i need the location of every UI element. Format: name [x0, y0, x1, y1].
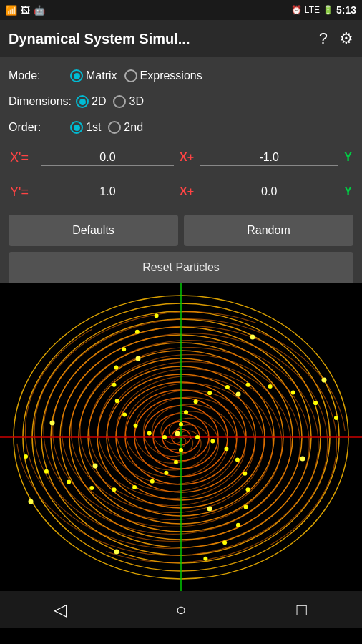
matrix-row-x: X'= X+ Y	[9, 140, 353, 175]
y-prime-label: Y'=	[10, 185, 36, 200]
back-button[interactable]: ◁	[42, 592, 78, 628]
3d-radio-label: 3D	[129, 95, 143, 108]
reset-row: Reset Particles	[9, 252, 353, 283]
home-button[interactable]: ○	[163, 592, 199, 628]
x-coeff1-input-wrap	[41, 150, 174, 166]
status-bar: 📶 🖼 🤖 ⏰ LTE 🔋 5:13	[0, 0, 362, 20]
y-coeff2-block: Y	[197, 184, 352, 200]
android-icon: 🤖	[34, 5, 45, 16]
x-coeff1-block: X+	[39, 150, 194, 166]
matrix-section-x: X'= X+ Y	[9, 150, 353, 166]
y-coeff1-block: X+	[39, 184, 194, 200]
x-plus-label-2: X+	[180, 185, 194, 198]
1st-radio-label: 1st	[86, 121, 101, 134]
wifi-icon: 📶	[6, 5, 17, 16]
dimensions-label: Dimensions:	[9, 95, 72, 108]
expressions-radio-circle	[124, 69, 137, 82]
nav-bar: ◁ ○ □	[0, 591, 362, 628]
y-coeff2-input[interactable]	[200, 184, 338, 200]
control-panel: Mode: Matrix Expressions Dimensions: 2D …	[0, 57, 362, 283]
image-icon: 🖼	[21, 5, 30, 16]
recent-button[interactable]: □	[284, 592, 320, 628]
x-plus-label-1: X+	[180, 151, 194, 164]
x-prime-label: X'=	[10, 150, 36, 165]
title-bar: Dynamical System Simul... ? ⚙	[0, 20, 362, 57]
2d-radio-circle	[76, 95, 89, 108]
x-coeff1-input[interactable]	[41, 150, 174, 166]
matrix-radio[interactable]: Matrix	[70, 69, 117, 82]
title-icons: ? ⚙	[319, 29, 353, 48]
mode-radio-group: Matrix Expressions	[70, 69, 202, 82]
reset-particles-button[interactable]: Reset Particles	[9, 252, 353, 283]
simulation-canvas[interactable]	[0, 283, 362, 591]
lte-label: LTE	[305, 5, 320, 15]
expressions-radio[interactable]: Expressions	[124, 69, 202, 82]
y-coeff1-input[interactable]	[41, 184, 174, 200]
settings-icon[interactable]: ⚙	[339, 29, 353, 48]
defaults-button[interactable]: Defaults	[9, 215, 178, 246]
mode-row: Mode: Matrix Expressions	[9, 63, 353, 89]
matrix-radio-label: Matrix	[86, 69, 117, 82]
app-title: Dynamical System Simul...	[9, 31, 190, 47]
2nd-radio[interactable]: 2nd	[108, 121, 143, 134]
x-coeff2-block: Y	[197, 150, 352, 166]
x-coeff2-input[interactable]	[200, 150, 338, 166]
2nd-radio-label: 2nd	[124, 121, 143, 134]
mode-label: Mode:	[9, 69, 66, 82]
help-icon[interactable]: ?	[319, 29, 328, 48]
2d-radio[interactable]: 2D	[76, 95, 106, 108]
status-time: 5:13	[336, 4, 356, 16]
order-label: Order:	[9, 121, 66, 134]
y-label-1: Y	[344, 151, 352, 164]
y-coeff1-input-wrap	[41, 184, 174, 200]
matrix-row-y: Y'= X+ Y	[9, 175, 353, 209]
x-coeff2-input-wrap	[200, 150, 338, 166]
action-buttons-row: Defaults Random	[9, 209, 353, 252]
order-radio-group: 1st 2nd	[70, 121, 143, 134]
order-row: Order: 1st 2nd	[9, 114, 353, 140]
alarm-icon: ⏰	[291, 5, 302, 15]
y-coeff2-input-wrap	[200, 184, 338, 200]
status-left-icons: 📶 🖼 🤖	[6, 5, 45, 16]
2nd-radio-circle	[108, 121, 121, 134]
3d-radio[interactable]: 3D	[113, 95, 143, 108]
expressions-radio-label: Expressions	[140, 69, 202, 82]
2d-radio-label: 2D	[92, 95, 106, 108]
1st-radio-circle	[70, 121, 83, 134]
1st-radio[interactable]: 1st	[70, 121, 101, 134]
random-button[interactable]: Random	[184, 215, 353, 246]
matrix-section-y: Y'= X+ Y	[9, 184, 353, 200]
dimensions-radio-group: 2D 3D	[76, 95, 144, 108]
spiral-canvas	[0, 283, 362, 591]
3d-radio-circle	[113, 95, 126, 108]
y-label-2: Y	[344, 185, 352, 198]
dimensions-row: Dimensions: 2D 3D	[9, 89, 353, 114]
battery-icon: 🔋	[323, 5, 333, 15]
matrix-radio-circle	[70, 69, 83, 82]
status-right-icons: ⏰ LTE 🔋 5:13	[291, 4, 356, 16]
